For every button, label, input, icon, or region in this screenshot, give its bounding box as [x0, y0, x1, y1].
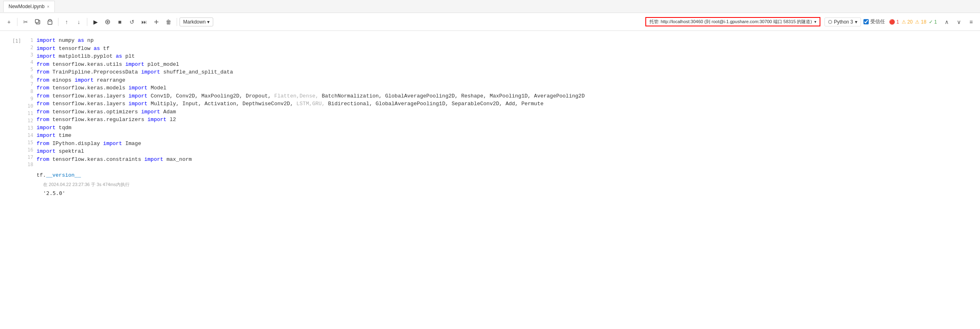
scroll-up-button[interactable]: ∧ — [941, 16, 952, 28]
tab-title: NewModel.ipynb — [9, 4, 45, 9]
restart-run-button[interactable]: ⏭ — [138, 16, 150, 28]
toolbar: + ✂ ↑ ↓ ▶ ■ ↺ ⏭ 🗑 Markdown ▾ — [0, 13, 980, 31]
paste-button[interactable] — [44, 16, 56, 28]
sep-4 — [177, 18, 177, 26]
move-up-button[interactable]: ↑ — [61, 16, 72, 28]
title-bar: NewModel.ipynb × — [0, 0, 980, 13]
cut-button[interactable]: ✂ — [20, 16, 31, 28]
warning-badge: ⚠ 20 — [902, 19, 913, 25]
delete-button[interactable]: 🗑 — [163, 16, 174, 28]
cell-type-label: Markdown — [183, 19, 206, 25]
sep-3 — [87, 18, 87, 26]
error-badge: 🔴 1 — [889, 19, 899, 25]
python-chevron: ▾ — [855, 19, 857, 25]
cell-type-chevron: ▾ — [207, 19, 210, 25]
restart-button[interactable]: ↺ — [126, 16, 138, 28]
python-kernel-selector[interactable]: Python 3 ▾ — [824, 17, 861, 26]
info-badge: ⚠ 18 — [915, 19, 926, 25]
trusted-checkbox[interactable] — [863, 19, 869, 24]
sep-1 — [17, 18, 17, 26]
cell-1-output: '2.5.0' — [40, 188, 980, 198]
cell-1-code[interactable]: import numpy as npimport tensorflow as t… — [37, 37, 980, 179]
cell-1-exec-time: 在 2024.04.22 23:27:36 于 3s 474ms内执行 — [40, 181, 980, 188]
cell-1: [1] 123456789101112131415161718 import n… — [0, 36, 980, 180]
cell-1-line-numbers: 123456789101112131415161718 — [24, 37, 37, 179]
status-badges: 🔴 1 ⚠ 20 ⚠ 18 ✓ 1 — [889, 19, 937, 25]
kernel-info-text: 托管: http://localhost:30460 (到 root@i-1.g… — [649, 19, 812, 25]
svg-rect-3 — [49, 19, 51, 21]
tab-close-btn[interactable]: × — [47, 4, 50, 9]
clear-button[interactable] — [151, 16, 162, 28]
copy-button[interactable] — [32, 16, 43, 28]
kernel-status-icon — [828, 20, 832, 24]
cell-type-dropdown[interactable]: Markdown ▾ — [180, 17, 213, 26]
notebook-area: [1] 123456789101112131415161718 import n… — [0, 31, 980, 329]
sep-2 — [58, 18, 58, 26]
menu-button[interactable]: ≡ — [965, 16, 977, 28]
trusted-label: 受信任 — [870, 18, 885, 25]
python-label: Python 3 — [834, 19, 853, 25]
run-button[interactable]: ▶ — [90, 16, 101, 28]
kernel-dropdown-arrow[interactable]: ▾ — [814, 19, 816, 24]
trusted-section: 受信任 — [863, 18, 885, 25]
run-with-settings-button[interactable] — [102, 16, 113, 28]
cell-1-inner: 123456789101112131415161718 import numpy… — [24, 37, 980, 179]
kernel-info-box: 托管: http://localhost:30460 (到 root@i-1.g… — [645, 17, 821, 26]
add-cell-button[interactable]: + — [3, 16, 15, 28]
move-down-button[interactable]: ↓ — [73, 16, 84, 28]
check-badge: ✓ 1 — [929, 19, 937, 25]
svg-rect-1 — [35, 19, 39, 23]
interrupt-button[interactable]: ■ — [114, 16, 125, 28]
view-controls: ∧ ∨ ≡ — [941, 16, 977, 28]
scroll-down-button[interactable]: ∨ — [953, 16, 965, 28]
cell-1-execution-count: [1] — [0, 37, 24, 44]
notebook-tab[interactable]: NewModel.ipynb × — [3, 1, 55, 12]
